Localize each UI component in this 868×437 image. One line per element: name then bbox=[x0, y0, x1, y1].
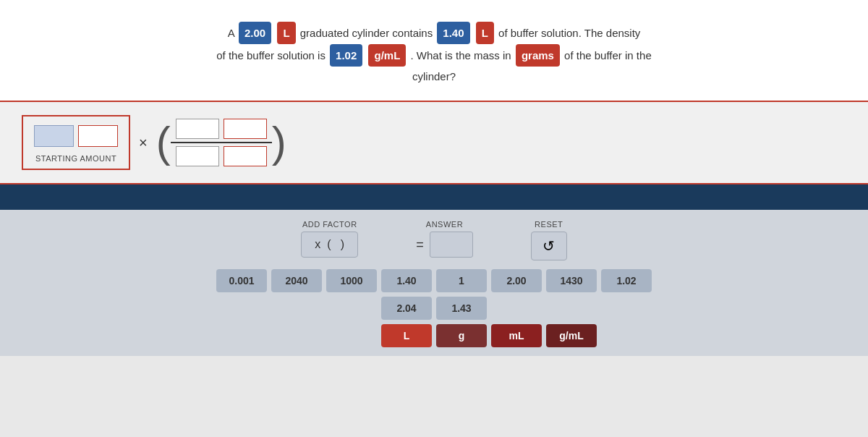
unit-btn-L[interactable]: L bbox=[381, 324, 432, 347]
unit-btn-gmL[interactable]: g/mL bbox=[546, 324, 597, 347]
problem-prefix: A bbox=[228, 27, 237, 39]
reset-group: RESET ↺ bbox=[531, 220, 567, 260]
add-factor-button[interactable]: x ( ) bbox=[301, 232, 358, 258]
num-btn-102[interactable]: 1.02 bbox=[601, 269, 652, 292]
starting-amount-inputs bbox=[34, 125, 118, 147]
num-btn-204[interactable]: 2.04 bbox=[381, 297, 432, 320]
value1-badge: 2.00 bbox=[239, 22, 271, 44]
problem-text2: of buffer solution. The density bbox=[498, 27, 640, 39]
unit2-badge: L bbox=[476, 22, 494, 44]
paren-left: ( bbox=[156, 121, 171, 164]
problem-text: A 2.00 L graduated cylinder contains 1.4… bbox=[216, 22, 651, 86]
problem-text3: of the buffer solution is bbox=[216, 49, 328, 61]
multiply-sign: × bbox=[139, 135, 148, 151]
num-btn-2040[interactable]: 2040 bbox=[271, 269, 322, 292]
num-btn-1000[interactable]: 1000 bbox=[326, 269, 377, 292]
reset-icon: ↺ bbox=[542, 237, 555, 255]
starting-amount-value-input[interactable] bbox=[34, 125, 74, 147]
num-btn-143[interactable]: 1.43 bbox=[436, 297, 487, 320]
reset-label: RESET bbox=[535, 220, 563, 229]
starting-amount-unit-input[interactable] bbox=[78, 125, 118, 147]
number-buttons-row2: 2.04 1.43 bbox=[14, 297, 854, 320]
fraction-bottom-left-input[interactable] bbox=[176, 146, 219, 166]
num-btn-1430[interactable]: 1430 bbox=[546, 269, 597, 292]
starting-amount-label: STARTING AMOUNT bbox=[35, 154, 116, 163]
add-factor-group: ADD FACTOR x ( ) bbox=[301, 220, 358, 260]
fraction-line bbox=[171, 142, 272, 143]
unit-btn-mL[interactable]: mL bbox=[491, 324, 542, 347]
answer-group: ANSWER = bbox=[416, 220, 473, 260]
reset-button[interactable]: ↺ bbox=[531, 232, 567, 260]
num-btn-200[interactable]: 2.00 bbox=[491, 269, 542, 292]
fraction-top-right-input[interactable] bbox=[224, 119, 267, 139]
fraction-top-inputs bbox=[176, 119, 267, 139]
problem-section: A 2.00 L graduated cylinder contains 1.4… bbox=[0, 0, 868, 101]
workspace-section: STARTING AMOUNT × ( ) bbox=[0, 101, 868, 184]
problem-text-middle: graduated cylinder contains bbox=[300, 27, 436, 39]
unit-btn-g[interactable]: g bbox=[436, 324, 487, 347]
num-btn-140[interactable]: 1.40 bbox=[381, 269, 432, 292]
add-factor-btn-text: x ( ) bbox=[315, 238, 344, 251]
starting-amount-box: STARTING AMOUNT bbox=[22, 115, 130, 170]
calculator-section: ADD FACTOR x ( ) ANSWER = RESET ↺ 0.001 … bbox=[0, 210, 868, 356]
grams-highlight: grams bbox=[516, 44, 560, 67]
num-btn-1[interactable]: 1 bbox=[436, 269, 487, 292]
problem-text5: of the buffer in the bbox=[564, 49, 652, 61]
num-btn-0001[interactable]: 0.001 bbox=[216, 269, 267, 292]
problem-text6: cylinder? bbox=[412, 70, 456, 82]
value2-badge: 1.40 bbox=[437, 22, 469, 44]
answer-label: ANSWER bbox=[426, 220, 463, 229]
number-buttons-row1: 0.001 2040 1000 1.40 1 2.00 1430 1.02 bbox=[14, 269, 854, 292]
paren-right: ) bbox=[272, 121, 286, 164]
fraction-bottom-right-input[interactable] bbox=[224, 146, 267, 166]
problem-text4: . What is the mass in bbox=[410, 49, 514, 61]
unit3-badge: g/mL bbox=[368, 44, 406, 67]
value3-badge: 1.02 bbox=[330, 44, 362, 67]
add-factor-label: ADD FACTOR bbox=[302, 220, 357, 229]
unit1-badge: L bbox=[277, 22, 295, 44]
fraction-box bbox=[171, 119, 272, 166]
answer-display: = bbox=[416, 232, 473, 258]
answer-box bbox=[430, 232, 473, 258]
fraction-top-left-input[interactable] bbox=[176, 119, 219, 139]
calc-top-row: ADD FACTOR x ( ) ANSWER = RESET ↺ bbox=[14, 220, 854, 260]
dark-bar bbox=[0, 184, 868, 210]
unit-buttons-row: L g mL g/mL bbox=[14, 324, 854, 347]
equals-sign: = bbox=[416, 237, 424, 253]
fraction-bottom-inputs bbox=[176, 146, 267, 166]
